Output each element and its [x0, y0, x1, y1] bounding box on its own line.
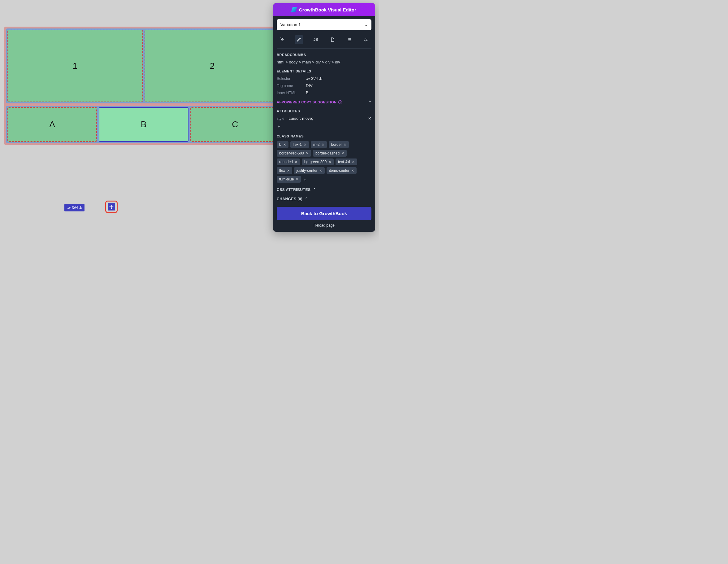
remove-class-icon[interactable]: ✕ [306, 151, 309, 155]
box-c[interactable]: C [190, 107, 280, 142]
move-icon [109, 204, 114, 209]
panel-title: GrowthBook Visual Editor [299, 7, 356, 12]
class-chip[interactable]: flex✕ [277, 167, 292, 174]
attributes-label: ATTRIBUTES [277, 109, 371, 113]
class-chip[interactable]: text-4xl✕ [336, 158, 357, 165]
pencil-tool[interactable] [295, 35, 303, 44]
breadcrumbs-label: BREADCRUMBS [277, 53, 371, 57]
changes-section[interactable]: CHANGES (0) ⌃ [277, 197, 371, 201]
add-class-button[interactable]: ＋ [303, 177, 307, 183]
outer-container: 1 2 A B C [4, 27, 283, 145]
selector-floating-label: .w-3\/4 .b [64, 204, 85, 211]
class-chip[interactable]: border-red-500✕ [277, 150, 311, 157]
cursor-icon [280, 37, 285, 42]
debug-tool[interactable] [362, 35, 370, 44]
move-handle[interactable] [108, 203, 115, 210]
class-chip[interactable]: items-center✕ [327, 167, 357, 174]
list-tool[interactable] [345, 35, 353, 44]
css-tool[interactable] [328, 35, 337, 44]
row-bottom: A B C [6, 106, 281, 143]
remove-class-icon[interactable]: ✕ [304, 143, 306, 147]
remove-class-icon[interactable]: ✕ [319, 169, 322, 173]
box-b-selected[interactable]: B [99, 107, 188, 142]
remove-class-icon[interactable]: ✕ [344, 143, 346, 147]
visual-editor-panel: GrowthBook Visual Editor Variation 1 ⌄ J… [273, 3, 375, 232]
list-icon [347, 37, 352, 42]
class-name-chips: b✕flex-1✕m-2✕border✕border-red-500✕borde… [277, 141, 371, 183]
detail-tagname: Tag nameDIV [277, 83, 371, 88]
toolbar: JS [277, 33, 371, 49]
css-attributes-section[interactable]: CSS ATTRIBUTES ⌃ [277, 188, 371, 192]
variation-select[interactable]: Variation 1 ⌄ [277, 19, 371, 30]
row-top: 1 2 [6, 28, 281, 103]
cursor-tool[interactable] [278, 35, 287, 44]
add-attribute-button[interactable]: ＋ [277, 124, 281, 129]
css-file-icon [330, 37, 335, 42]
class-chip[interactable]: justify-center✕ [294, 167, 325, 174]
remove-class-icon[interactable]: ✕ [295, 160, 297, 164]
js-tool[interactable]: JS [311, 35, 320, 44]
chevron-up-icon: ⌃ [313, 188, 316, 192]
attribute-style[interactable]: style cursor: move; ✕ [277, 116, 371, 121]
detail-selector: Selector.w-3\/4 .b [277, 76, 371, 81]
growthbook-logo-icon [291, 7, 297, 12]
remove-class-icon[interactable]: ✕ [352, 160, 355, 164]
class-chip[interactable]: rounded✕ [277, 158, 300, 165]
detail-innerhtml: Inner HTMLB [277, 90, 371, 95]
box-1[interactable]: 1 [7, 30, 143, 102]
breadcrumbs-path[interactable]: html > body > main > div > div > div [277, 60, 371, 64]
remove-class-icon[interactable]: ✕ [322, 143, 324, 147]
remove-class-icon[interactable]: ✕ [341, 151, 344, 155]
chevron-up-icon: ⌃ [305, 197, 308, 201]
bug-icon [363, 37, 368, 42]
class-chip[interactable]: turn-blue✕ [277, 176, 301, 183]
class-names-label: CLASS NAMES [277, 134, 371, 138]
class-chip[interactable]: b✕ [277, 141, 288, 148]
box-a[interactable]: A [7, 107, 97, 142]
variation-value: Variation 1 [280, 22, 301, 27]
info-icon: i [338, 100, 342, 104]
box-2[interactable]: 2 [145, 30, 280, 102]
ai-copy-suggestion[interactable]: AI-POWERED COPY SUGGESTION i ⌃ [277, 100, 371, 104]
svg-point-0 [365, 39, 367, 41]
class-chip[interactable]: flex-1✕ [290, 141, 309, 148]
chevron-down-icon: ⌄ [364, 22, 368, 27]
remove-class-icon[interactable]: ✕ [351, 169, 354, 173]
remove-class-icon[interactable]: ✕ [283, 143, 286, 147]
class-chip[interactable]: border✕ [329, 141, 349, 148]
remove-class-icon[interactable]: ✕ [287, 169, 290, 173]
remove-class-icon[interactable]: ✕ [328, 160, 331, 164]
remove-class-icon[interactable]: ✕ [296, 177, 298, 181]
class-chip[interactable]: border-dashed✕ [313, 150, 347, 157]
pencil-icon [297, 37, 301, 42]
remove-attribute-icon[interactable]: ✕ [368, 116, 371, 121]
move-handle-highlight [105, 201, 118, 213]
element-details-label: ELEMENT DETAILS [277, 69, 371, 73]
class-chip[interactable]: bg-green-300✕ [302, 158, 334, 165]
reload-page-link[interactable]: Reload page [277, 223, 371, 228]
panel-header[interactable]: GrowthBook Visual Editor [273, 3, 375, 16]
back-to-growthbook-button[interactable]: Back to GrowthBook [277, 207, 371, 220]
class-chip[interactable]: m-2✕ [311, 141, 327, 148]
canvas: 1 2 A B C .w-3\/4 .b [4, 27, 283, 145]
chevron-up-icon: ⌃ [368, 100, 371, 104]
